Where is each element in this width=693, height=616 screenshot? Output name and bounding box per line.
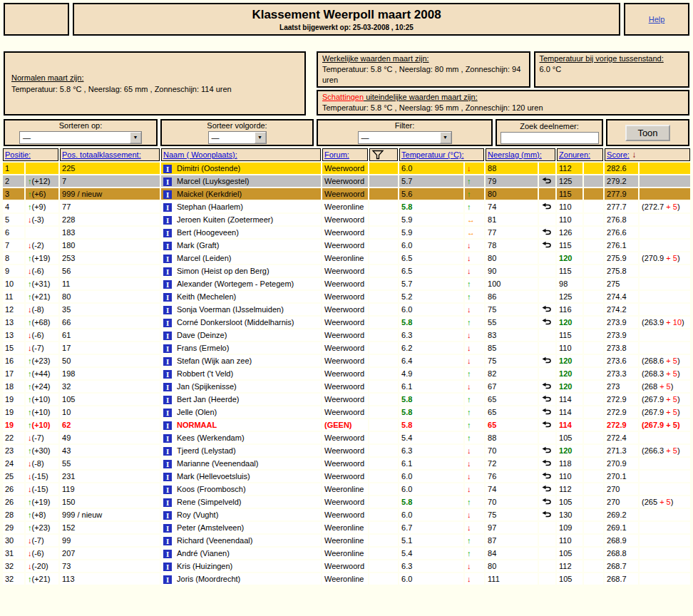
score-cell: 277.7 — [605, 201, 638, 212]
participant-info-icon[interactable]: I — [163, 267, 172, 276]
filter-funnel-icon[interactable] — [371, 150, 384, 160]
column-header-link[interactable]: Positie: — [5, 150, 31, 159]
column-header-link[interactable]: Score: — [607, 150, 630, 159]
participant-info-icon[interactable]: I — [163, 344, 172, 353]
participant-info-icon[interactable]: I — [163, 575, 172, 584]
participant-info-icon[interactable]: I — [163, 280, 172, 289]
participant-info-icon[interactable]: I — [163, 498, 172, 507]
column-header-link[interactable]: Pos. totaalklassement: — [62, 150, 141, 159]
sun-spacer-cell — [584, 291, 603, 302]
sun-spacer-cell — [584, 483, 603, 495]
participant-info-icon[interactable]: I — [163, 537, 172, 545]
forum-cell: Weeronline — [322, 201, 368, 212]
show-button[interactable]: Toon — [625, 125, 669, 141]
column-header-filter[interactable] — [369, 148, 398, 161]
participant-info-icon[interactable]: I — [163, 383, 172, 391]
filter-spacer-cell — [369, 342, 398, 354]
column-header[interactable]: Naam ( Woonplaats): — [161, 148, 321, 161]
position-change-cell: ↓(-7) — [26, 535, 58, 546]
score-cell: 274.2 — [605, 304, 638, 315]
position-change-cell: ↓(-7) — [26, 432, 58, 443]
column-header-link[interactable]: Forum: — [324, 150, 349, 159]
column-header[interactable]: Neerslag (mm): — [486, 148, 555, 161]
position-change-arrow-icon: ↑ — [28, 523, 32, 532]
help-link[interactable]: Help — [649, 15, 665, 24]
participant-info-icon[interactable]: I — [163, 293, 172, 302]
participant-info-icon[interactable]: I — [163, 563, 172, 571]
participant-info-icon[interactable]: I — [163, 550, 172, 558]
participant-info-icon[interactable]: I — [163, 524, 172, 533]
sun-hours-hit-value: 120 — [559, 318, 572, 327]
temperature-trend-cell: ↓ — [465, 445, 484, 456]
temperature-trend-icon: ↓ — [467, 331, 471, 339]
sun-hours-hit-value: 120 — [559, 254, 572, 262]
participant-info-icon[interactable]: I — [163, 473, 172, 481]
participant-info-icon[interactable]: I — [163, 357, 172, 366]
participant-info-icon[interactable]: I — [163, 203, 172, 212]
positie-cell: 31 — [3, 548, 24, 559]
participant-info-icon[interactable]: I — [163, 486, 172, 494]
column-header[interactable]: Positie: — [3, 148, 58, 161]
sort-order-dropdown[interactable]: — ▼ — [208, 131, 267, 144]
temperature-cell: 5.8 — [399, 419, 463, 431]
participant-info-icon[interactable]: I — [163, 396, 172, 404]
temperature-cell: 5.7 — [399, 278, 463, 289]
column-header[interactable]: Temperatuur (°C): — [399, 148, 484, 161]
participant-info-icon[interactable]: I — [163, 319, 172, 327]
score-detail-cell — [640, 163, 690, 174]
participant-info-icon[interactable]: I — [163, 460, 172, 468]
dropdown-arrow-icon[interactable]: ▼ — [130, 132, 141, 143]
rain-cell: 111 — [486, 573, 538, 585]
rain-cell: 100 — [486, 278, 538, 289]
search-input[interactable] — [500, 132, 599, 144]
sun-spacer-cell — [584, 329, 603, 341]
column-header-link[interactable]: Naam ( Woonplaats): — [163, 150, 237, 159]
filter-dropdown[interactable]: — ▼ — [358, 131, 452, 144]
temperature-trend-cell: ↑ — [465, 368, 484, 379]
table-row: 13↓(-6)61IDave (Deinze)Weerwoord6.3↓8311… — [3, 329, 690, 341]
participant-info-icon[interactable]: I — [163, 216, 172, 225]
temperature-trend-icon: ↑ — [467, 318, 471, 327]
column-header-link[interactable]: Zonuren: — [559, 150, 590, 159]
participant-info-icon[interactable]: I — [163, 190, 172, 199]
filter-spacer-cell — [369, 560, 398, 572]
participant-info-icon[interactable]: I — [163, 447, 172, 456]
participant-info-icon[interactable]: I — [163, 306, 172, 314]
table-row: 23↑(+30)43ITjeerd (Lelystad)Weerwoord6.3… — [3, 445, 690, 456]
participant-info-icon[interactable]: I — [163, 332, 172, 340]
participant-info-icon[interactable]: I — [163, 511, 172, 520]
schattingen-link[interactable]: Schattingen — [322, 93, 364, 101]
score-detail-cell — [640, 265, 690, 277]
column-header[interactable]: Score: ↓ — [605, 148, 690, 161]
participant-info-icon[interactable]: I — [163, 255, 172, 263]
participant-info-icon[interactable]: I — [163, 229, 172, 237]
participant-info-icon[interactable]: I — [163, 409, 172, 417]
participant-info-icon[interactable]: I — [163, 242, 172, 250]
dropdown-arrow-icon[interactable]: ▼ — [440, 132, 451, 143]
participant-info-icon[interactable]: I — [163, 165, 172, 173]
temperature-hit-value: 5.8 — [401, 318, 412, 327]
participant-info-icon[interactable]: I — [163, 178, 172, 186]
column-header-link[interactable]: Temperatuur (°C): — [401, 150, 464, 159]
sort-by-dropdown[interactable]: — ▼ — [19, 131, 142, 144]
name-cell: IKoos (Froombosch) — [161, 483, 321, 495]
position-change-arrow-icon: ↑ — [28, 356, 32, 365]
column-header[interactable]: Pos. totaalklassement: — [60, 148, 160, 161]
column-header-link[interactable]: Neerslag (mm): — [488, 150, 542, 159]
sort-order-label: Sorteer volgorde: — [207, 121, 267, 130]
column-header[interactable]: Forum: — [322, 148, 368, 161]
rain-changed-cell — [539, 355, 555, 366]
rain-cell: 83 — [486, 329, 538, 341]
pos-total-cell: 80 — [60, 291, 160, 302]
score-cell: 273.3 — [605, 368, 638, 379]
position-change-cell: ↑(+10) — [26, 394, 58, 405]
rain-cell: 72 — [486, 458, 538, 469]
rain-cell: 85 — [486, 342, 538, 354]
positie-cell: 26 — [3, 483, 24, 495]
participant-info-icon[interactable]: I — [163, 370, 172, 379]
dropdown-arrow-icon[interactable]: ▼ — [255, 132, 266, 143]
participant-info-icon[interactable]: I — [163, 421, 172, 430]
participant-info-icon[interactable]: I — [163, 434, 172, 443]
score-detail-cell — [640, 560, 690, 572]
column-header[interactable]: Zonuren: — [557, 148, 603, 161]
